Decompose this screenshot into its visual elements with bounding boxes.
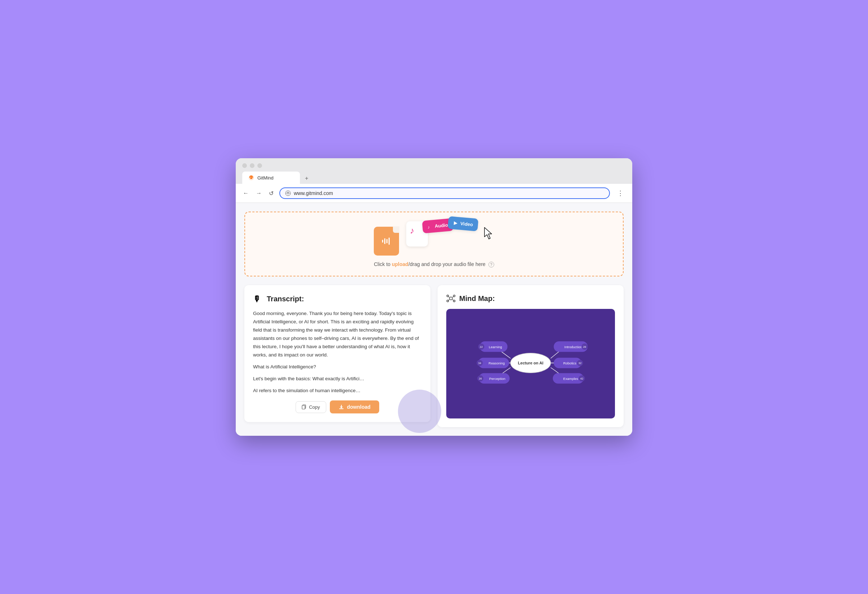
- mm-badge-perception-text: 26: [479, 377, 482, 380]
- address-bar[interactable]: [279, 187, 610, 199]
- mm-badge-learning-text: 22: [480, 345, 483, 349]
- copy-button[interactable]: Copy: [295, 401, 326, 413]
- upload-help-icon: ?: [489, 262, 494, 267]
- traffic-light-close[interactable]: [242, 163, 247, 168]
- browser-content: ♪ ♪ Audio Video: [236, 203, 632, 436]
- gitmind-logo-icon: [248, 174, 254, 181]
- tab-bar: GitMind +: [242, 172, 626, 184]
- mm-badge-robotics-text: 32: [579, 361, 582, 365]
- svg-point-2: [252, 177, 252, 177]
- mindmap-svg: Lecture on AI Learning 22: [453, 316, 608, 410]
- mindmap-center-text: Lecture on AI: [518, 361, 543, 365]
- mindmap-title: Mind Map:: [446, 294, 615, 303]
- transcript-body: Good morning, everyone. Thank you for be…: [253, 310, 422, 395]
- mm-label-reasoning: Reasoning: [489, 361, 505, 365]
- video-label: Video: [460, 221, 473, 227]
- new-tab-button[interactable]: +: [301, 173, 312, 184]
- upload-text: Click to upload/drag and drop your audio…: [374, 261, 494, 267]
- svg-text:♪: ♪: [410, 226, 414, 235]
- transcript-para-2: What is Artificial Intelligence?: [253, 363, 422, 371]
- copy-icon: [302, 404, 307, 410]
- traffic-light-minimize[interactable]: [250, 163, 254, 168]
- transcript-para-3: Let's begin with the basics: What exactl…: [253, 375, 422, 383]
- waveform-icon: [381, 235, 392, 247]
- mm-label-introduction: Introduction: [564, 345, 582, 349]
- svg-text:🎙: 🎙: [253, 295, 261, 304]
- svg-line-26: [449, 299, 450, 300]
- site-identity-icon: [285, 190, 291, 196]
- svg-point-21: [447, 295, 449, 297]
- audio-file-icon: [374, 227, 399, 255]
- svg-point-1: [250, 177, 251, 177]
- main-panels: 🎙 Transcript: Good morning, everyone. Th…: [244, 285, 624, 427]
- download-icon: [338, 404, 344, 410]
- mindmap-icon: [446, 294, 456, 303]
- music-icon: ♪: [427, 224, 433, 229]
- mm-badge-introduction-text: 28: [583, 345, 586, 349]
- mm-label-examples: Examples: [563, 377, 579, 380]
- svg-point-22: [447, 300, 449, 302]
- refresh-button[interactable]: ↺: [267, 189, 275, 198]
- mm-label-robotics: Robotics: [563, 361, 576, 365]
- svg-rect-8: [387, 239, 388, 243]
- download-button[interactable]: download: [330, 401, 379, 413]
- upload-text-post: /drag and drop your audio file here: [408, 261, 486, 267]
- mindmap-canvas: Lecture on AI Learning 22: [446, 309, 615, 419]
- upload-icons: ♪ ♪ Audio Video: [374, 223, 495, 255]
- video-icon: [453, 220, 459, 226]
- transcript-panel: 🎙 Transcript: Good morning, everyone. Th…: [244, 285, 430, 422]
- copy-btn-label: Copy: [309, 404, 320, 410]
- browser-titlebar: GitMind +: [236, 158, 632, 184]
- svg-point-23: [453, 295, 455, 297]
- svg-line-25: [449, 297, 450, 297]
- mindmap-panel: Mind Map: Lecture on AI: [438, 285, 624, 427]
- svg-marker-13: [484, 227, 492, 239]
- svg-rect-17: [339, 408, 344, 409]
- mm-label-perception: Perception: [489, 377, 505, 380]
- music-note-icon: ♪: [410, 225, 421, 236]
- svg-point-24: [453, 300, 455, 302]
- browser-controls: [242, 163, 626, 168]
- mm-label-learning: Learning: [489, 345, 502, 349]
- mm-badge-examples-text: 42: [580, 377, 584, 380]
- svg-rect-16: [302, 405, 305, 409]
- svg-marker-19: [340, 407, 343, 408]
- browser-tab-gitmind[interactable]: GitMind: [242, 172, 300, 184]
- svg-line-28: [452, 299, 453, 300]
- video-card: Video: [448, 216, 479, 231]
- tab-label: GitMind: [257, 175, 274, 181]
- mouse-cursor-icon: [483, 227, 495, 240]
- audio-label: Audio: [434, 223, 448, 229]
- mindmap-title-text: Mind Map:: [459, 295, 495, 303]
- traffic-light-maximize[interactable]: [257, 163, 262, 168]
- mm-badge-reasoning-text: 34: [478, 361, 481, 365]
- svg-rect-9: [388, 237, 390, 245]
- transcript-actions: Copy download: [253, 401, 422, 413]
- browser-toolbar: ← → ↺ ⋮: [236, 184, 632, 203]
- transcript-icon: 🎙: [253, 294, 263, 304]
- transcript-title: 🎙 Transcript:: [253, 294, 422, 304]
- media-icons-group: ♪ ♪ Audio Video: [406, 220, 495, 246]
- upload-text-pre: Click to: [374, 261, 392, 267]
- upload-link[interactable]: upload: [392, 261, 408, 267]
- transcript-para-1: Good morning, everyone. Thank you for be…: [253, 310, 422, 360]
- url-input[interactable]: [294, 190, 604, 196]
- transcript-title-text: Transcript:: [267, 295, 304, 303]
- svg-rect-6: [382, 240, 383, 243]
- transcript-para-4: AI refers to the simulation of human int…: [253, 387, 422, 395]
- svg-text:♪: ♪: [427, 224, 430, 229]
- browser-window: GitMind + ← → ↺ ⋮: [236, 158, 632, 436]
- browser-menu-button[interactable]: ⋮: [614, 188, 626, 199]
- cursor-icon: [483, 227, 495, 243]
- forward-button[interactable]: →: [254, 189, 263, 198]
- svg-marker-12: [454, 221, 458, 225]
- svg-point-20: [450, 297, 452, 300]
- svg-line-27: [452, 297, 453, 297]
- download-btn-label: download: [347, 404, 371, 410]
- upload-area[interactable]: ♪ ♪ Audio Video: [244, 212, 624, 276]
- svg-rect-7: [384, 238, 385, 244]
- back-button[interactable]: ←: [242, 189, 250, 198]
